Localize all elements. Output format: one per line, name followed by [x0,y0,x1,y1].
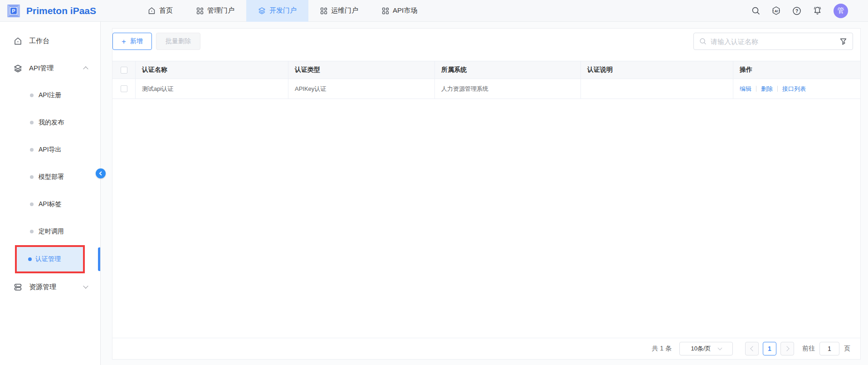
home-icon [14,37,22,45]
sidebar-item-label: API注册 [39,91,62,99]
auth-table: 认证名称 认证类型 所属系统 认证说明 操作 测试api认证 APIKey认证 … [112,61,860,99]
action-divider [777,86,778,92]
sidebar-item-auth-management[interactable]: 认证管理 [17,247,83,271]
sidebar-group-api-management[interactable]: API管理 [0,54,100,82]
page-size-value: 10条/页 [691,345,711,353]
nav-label: 首页 [159,6,173,15]
sidebar-item-scheduled-call[interactable]: 定时调用 [0,218,100,245]
cell-auth-type: APIKey认证 [288,79,435,99]
grid-icon [196,7,204,15]
sidebar-item-auth-management-row: 认证管理 [0,245,100,273]
total-count-label: 共 1 条 [652,345,672,353]
bullet-icon [30,230,34,233]
column-header-description: 认证说明 [581,61,733,79]
page-number-button[interactable]: 1 [763,342,776,355]
cell-description [581,79,733,99]
nav-label: 开发门户 [269,6,297,15]
sidebar-item-model-deploy[interactable]: 模型部署 [0,163,100,191]
active-item-indicator [98,247,100,271]
sidebar-group-resource-management[interactable]: 资源管理 [0,273,100,301]
column-header-actions: 操作 [733,61,860,79]
next-page-button[interactable] [780,342,794,355]
layers-icon [14,64,22,73]
brand-logo[interactable]: P Primeton iPaaS [0,3,136,19]
sidebar-item-label: 工作台 [29,37,100,45]
bullet-icon [30,175,34,179]
filter-icon[interactable] [839,38,847,45]
user-avatar[interactable]: 管 [834,4,848,18]
sidebar-item-label: API导出 [39,146,62,154]
primeton-logo-icon: P [5,3,22,19]
sidebar-group-label: 资源管理 [29,283,77,291]
help-icon[interactable]: ? [792,6,801,15]
layers-icon [258,7,266,15]
sidebar-item-label: 认证管理 [35,255,61,263]
plus-icon: + [122,38,126,45]
brand-name: Primeton iPaaS [26,5,96,16]
delete-link[interactable]: 删除 [761,85,773,93]
table-header-row: 认证名称 认证类型 所属系统 认证说明 操作 [112,61,860,79]
bullet-icon [30,148,34,152]
ai-assistant-icon[interactable]: AI [771,6,781,15]
annotation-highlight-box: 认证管理 [15,245,85,273]
grid-icon [382,7,389,15]
top-bar: P Primeton iPaaS 首页 [0,0,868,22]
row-select-cell [112,79,136,99]
edit-link[interactable]: 编辑 [740,85,751,93]
sidebar: 工作台 API管理 API注册 我的发布 [0,22,101,365]
chevron-left-icon [98,171,103,176]
app-window: P Primeton iPaaS 首页 [0,0,868,365]
nav-item-dev-portal[interactable]: 开发门户 [246,0,308,22]
select-all-checkbox[interactable] [121,67,127,74]
bullet-icon [30,94,34,97]
bullet-icon [30,202,34,206]
chevron-right-icon [784,346,789,351]
sidebar-item-api-tags[interactable]: API标签 [0,191,100,218]
cell-system: 人力资源管理系统 [435,79,581,99]
prev-page-button[interactable] [745,342,759,355]
batch-delete-button[interactable]: 批量删除 [156,33,200,50]
page-size-select[interactable]: 10条/页 [679,342,733,355]
nav-item-api-market[interactable]: API市场 [370,0,429,22]
action-divider [756,86,756,92]
bell-icon[interactable] [813,6,822,15]
row-checkbox[interactable] [121,85,127,92]
sidebar-item-api-export[interactable]: API导出 [0,136,100,163]
chevron-down-icon [83,283,88,288]
database-icon [14,283,22,291]
nav-item-ops-portal[interactable]: 运维门户 [308,0,370,22]
page-unit-label: 页 [844,345,850,353]
search-icon[interactable] [751,6,760,15]
sidebar-item-label: 我的发布 [39,118,64,127]
goto-page-input[interactable] [819,342,839,355]
svg-text:P: P [12,8,15,14]
grid-icon [320,7,327,15]
home-icon [148,7,156,15]
nav-item-admin-portal[interactable]: 管理门户 [185,0,246,22]
search-icon [699,38,707,45]
sidebar-item-api-register[interactable]: API注册 [0,82,100,109]
sidebar-item-my-publish[interactable]: 我的发布 [0,109,100,136]
bullet-icon [30,121,34,124]
search-input[interactable] [711,38,835,45]
svg-text:?: ? [795,9,798,14]
interface-list-link[interactable]: 接口列表 [782,85,806,93]
sidebar-group-label: API管理 [29,64,77,73]
chevron-left-icon [750,346,755,351]
bullet-icon [28,257,32,261]
cell-actions: 编辑 删除 接口列表 [733,79,860,99]
add-button[interactable]: + 新增 [112,33,152,50]
nav-item-home[interactable]: 首页 [136,0,185,22]
sidebar-collapse-button[interactable] [96,168,106,178]
column-header-system: 所属系统 [435,61,581,79]
svg-text:AI: AI [775,10,778,13]
nav-label: 管理门户 [207,6,234,15]
chevron-down-icon [717,346,722,350]
sidebar-item-label: 定时调用 [39,227,64,236]
sidebar-item-workbench[interactable]: 工作台 [0,27,100,54]
nav-label: 运维门户 [331,6,358,15]
sidebar-menu: 工作台 API管理 API注册 我的发布 [0,27,100,301]
nav-label: API市场 [393,6,417,15]
sidebar-item-label: 模型部署 [39,173,64,181]
search-box [693,33,853,50]
